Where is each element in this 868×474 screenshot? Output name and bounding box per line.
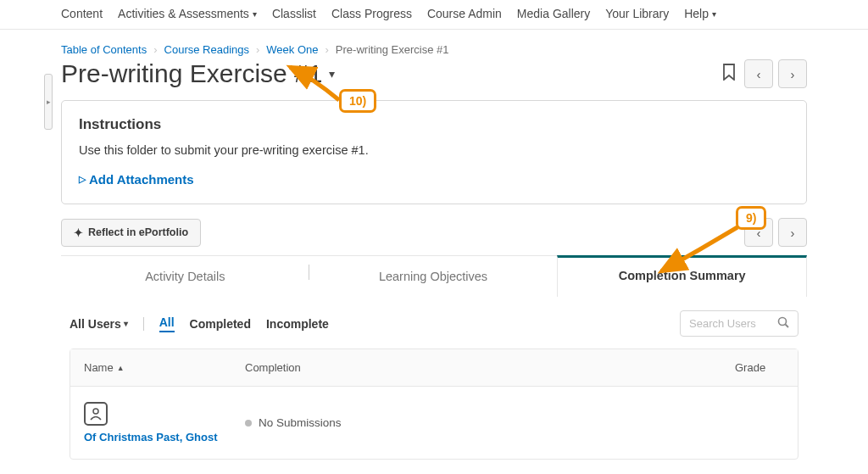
breadcrumb-toc[interactable]: Table of Contents <box>61 43 147 56</box>
instructions-card: Instructions Use this folder to submit y… <box>61 100 807 204</box>
filter-completed[interactable]: Completed <box>190 317 251 331</box>
tab-learning-objectives[interactable]: Learning Objectives <box>309 256 558 297</box>
filter-all[interactable]: All <box>159 315 175 332</box>
table-header: Name ▲ Completion Grade <box>70 349 798 387</box>
next-topic-button[interactable]: › <box>778 59 807 88</box>
divider <box>143 317 144 331</box>
tab-activity-details[interactable]: Activity Details <box>61 256 309 297</box>
breadcrumb: Table of Contents › Course Readings › We… <box>61 38 807 58</box>
sidebar-expand-handle[interactable] <box>44 74 53 130</box>
nav-help[interactable]: Help▾ <box>684 7 716 20</box>
svg-line-1 <box>786 325 789 328</box>
cell-completion: No Submissions <box>245 416 708 429</box>
chevron-down-icon: ▾ <box>712 9 716 19</box>
title-row: Pre-writing Exercise #1 ▾ ‹ › <box>61 58 807 100</box>
breadcrumb-week-one[interactable]: Week One <box>266 43 318 56</box>
nav-media-gallery[interactable]: Media Gallery <box>517 7 590 20</box>
nav-course-admin[interactable]: Course Admin <box>427 7 502 20</box>
callout-10: 10) <box>339 89 376 113</box>
nav-your-library[interactable]: Your Library <box>605 7 669 20</box>
status-dot-icon <box>245 420 252 427</box>
nav-class-progress[interactable]: Class Progress <box>331 7 412 20</box>
main-content: Table of Contents › Course Readings › We… <box>0 30 868 460</box>
filter-incomplete[interactable]: Incomplete <box>266 317 329 331</box>
th-grade: Grade <box>721 349 798 386</box>
chevron-down-icon: ▾ <box>253 9 257 19</box>
instructions-body: Use this folder to submit your pre-writi… <box>79 143 789 157</box>
prev-topic-button[interactable]: ‹ <box>744 59 773 88</box>
svg-point-2 <box>93 409 98 414</box>
add-attachments-button[interactable]: ▷ Add Attachments <box>79 172 789 187</box>
cell-name: Of Christmas Past, Ghost <box>84 402 245 443</box>
reflect-eportfolio-button[interactable]: ✦ Reflect in ePortfolio <box>61 219 201 247</box>
search-users-input[interactable]: Search Users <box>680 310 798 337</box>
sort-asc-icon: ▲ <box>117 364 125 372</box>
student-link[interactable]: Of Christmas Past, Ghost <box>84 431 217 443</box>
search-placeholder: Search Users <box>689 317 756 330</box>
breadcrumb-current: Pre-writing Exercise #1 <box>336 43 449 56</box>
title-actions: ‹ › <box>722 59 807 88</box>
completion-table: Name ▲ Completion Grade Of Christmas Pas… <box>70 349 798 460</box>
callout-9: 9) <box>736 206 766 230</box>
nav-classlist[interactable]: Classlist <box>272 7 316 20</box>
breadcrumb-course-readings[interactable]: Course Readings <box>164 43 249 56</box>
th-name[interactable]: Name ▲ <box>70 349 231 386</box>
instructions-heading: Instructions <box>79 116 789 133</box>
search-icon <box>777 316 789 331</box>
avatar-icon <box>84 402 108 426</box>
svg-point-0 <box>779 318 787 326</box>
th-completion: Completion <box>231 349 721 386</box>
next-activity-button[interactable]: › <box>778 218 807 247</box>
bookmark-icon[interactable] <box>722 64 736 84</box>
all-users-dropdown[interactable]: All Users ▾ <box>70 317 128 331</box>
annotation-arrow <box>653 220 746 280</box>
breadcrumb-sep: › <box>256 43 259 56</box>
reflect-icon: ✦ <box>74 226 83 239</box>
filter-row: All Users ▾ All Completed Incomplete Sea… <box>61 297 807 349</box>
chevron-down-icon: ▾ <box>124 319 128 328</box>
annotation-arrow <box>280 62 348 113</box>
nav-activities[interactable]: Activities & Assessments▾ <box>118 7 257 20</box>
breadcrumb-sep: › <box>153 43 157 56</box>
top-nav: Content Activities & Assessments▾ Classl… <box>0 0 868 30</box>
nav-content[interactable]: Content <box>61 7 103 20</box>
triangle-right-icon: ▷ <box>79 174 86 185</box>
table-row: Of Christmas Past, Ghost No Submissions <box>70 387 798 459</box>
breadcrumb-sep: › <box>326 43 329 56</box>
